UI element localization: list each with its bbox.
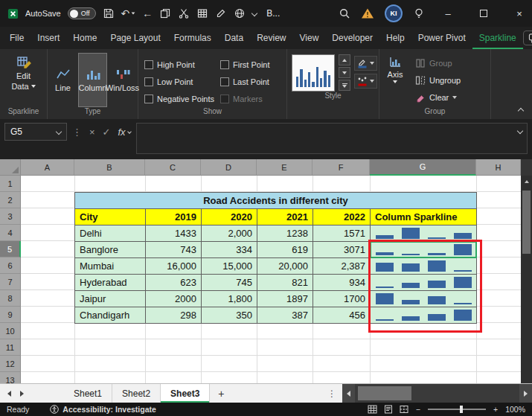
format-painter-icon[interactable] [215, 7, 227, 19]
axis-button[interactable]: Axis [379, 53, 411, 107]
cell-city[interactable]: Mumbai [75, 258, 146, 275]
row-header-11[interactable]: 11 [0, 339, 21, 356]
cell-city[interactable]: Chandigarh [75, 307, 146, 324]
column-type-button[interactable]: Column [78, 53, 107, 107]
avatar[interactable]: KI [385, 4, 403, 22]
prev-sheet-icon[interactable] [7, 391, 11, 397]
scroll-up-button[interactable] [521, 176, 532, 187]
zoom-level[interactable]: 100% [505, 405, 525, 414]
header-2022[interactable]: 2022 [313, 209, 371, 225]
tab-page-layout[interactable]: Page Layout [103, 27, 167, 49]
close-button[interactable]: × [507, 0, 532, 27]
tab-developer[interactable]: Developer [325, 27, 379, 49]
expand-formula-bar-icon[interactable] [517, 128, 523, 134]
cell-city[interactable]: Jaipur [75, 291, 146, 307]
formula-input[interactable] [136, 123, 528, 154]
header-2020[interactable]: 2020 [202, 209, 257, 225]
cell-city[interactable]: Banglore [75, 242, 146, 258]
sparkline-color-button[interactable] [354, 56, 377, 71]
name-box[interactable]: G5 [4, 123, 67, 141]
enter-button[interactable]: ✓ [103, 127, 111, 138]
cell-value[interactable]: 456 [313, 307, 371, 324]
table-icon[interactable] [196, 7, 208, 19]
back-button[interactable]: ← [142, 7, 153, 19]
negative-points-checkbox[interactable]: Negative Points [144, 95, 220, 103]
row-header-8[interactable]: 8 [0, 290, 21, 307]
row-header-13[interactable]: 13 [0, 372, 21, 383]
low-point-checkbox[interactable]: Low Point [144, 77, 220, 86]
clear-button[interactable]: Clear [415, 90, 461, 105]
cell-value[interactable]: 3071 [313, 242, 371, 258]
gallery-up-button[interactable] [339, 54, 350, 65]
row-header-4[interactable]: 4 [0, 225, 21, 241]
column-header-g[interactable]: G [370, 159, 476, 176]
cell-value[interactable]: 16,000 [146, 258, 202, 275]
lightbulb-icon[interactable] [413, 7, 425, 19]
edit-data-button[interactable]: Edit Data [4, 53, 43, 107]
cell-value[interactable]: 2,000 [202, 225, 257, 242]
cell-value[interactable]: 1,800 [202, 291, 257, 307]
select-all-corner[interactable] [0, 159, 21, 176]
cell-value[interactable]: 298 [146, 307, 202, 324]
next-sheet-icon[interactable] [20, 391, 24, 397]
column-header-f[interactable]: F [313, 159, 370, 176]
tab-home[interactable]: Home [66, 27, 103, 49]
row-header-2[interactable]: 2 [0, 192, 21, 208]
tab-file[interactable]: File [3, 27, 31, 49]
insert-function-button[interactable]: fx [118, 127, 131, 138]
page-layout-view-icon[interactable] [384, 405, 393, 414]
sheet-tab-sheet2[interactable]: Sheet2 [112, 384, 161, 403]
tab-options-icon[interactable]: ⋮ [321, 384, 342, 403]
cell-value[interactable]: 20,000 [257, 258, 313, 275]
ungroup-button[interactable]: Ungroup [415, 73, 461, 88]
save-icon[interactable] [103, 7, 115, 19]
high-point-checkbox[interactable]: High Point [144, 60, 220, 69]
tab-insert[interactable]: Insert [31, 27, 66, 49]
cell-value[interactable]: 1433 [146, 225, 202, 242]
cell-value[interactable]: 743 [146, 242, 202, 258]
gallery-more-button[interactable] [339, 80, 350, 91]
column-header-d[interactable]: D [201, 159, 257, 176]
winloss-type-button[interactable]: Win/Loss [108, 53, 137, 107]
row-header-1[interactable]: 1 [0, 176, 21, 192]
maximize-button[interactable] [471, 0, 496, 27]
cell-city[interactable]: Hyderabad [75, 275, 146, 291]
cell-value[interactable]: 623 [146, 275, 202, 291]
cell-value[interactable]: 350 [202, 307, 257, 324]
tab-data[interactable]: Data [218, 27, 250, 49]
cell-value[interactable]: 15,000 [202, 258, 257, 275]
vertical-scroll-thumb[interactable] [522, 191, 531, 254]
horizontal-scrollbar[interactable] [342, 384, 532, 403]
cell-value[interactable]: 619 [257, 242, 313, 258]
header-2021[interactable]: 2021 [257, 209, 313, 225]
row-header-7[interactable]: 7 [0, 274, 21, 290]
line-type-button[interactable]: Line [48, 53, 77, 107]
zoom-slider[interactable] [428, 409, 486, 410]
last-point-checkbox[interactable]: Last Point [220, 77, 286, 86]
cell-value[interactable]: 821 [257, 275, 313, 291]
comments-button[interactable] [523, 31, 532, 45]
row-header-3[interactable]: 3 [0, 208, 21, 225]
cell-value[interactable]: 1700 [313, 291, 371, 307]
sheet-tab-sheet3[interactable]: Sheet3 [161, 384, 210, 403]
warning-icon[interactable] [361, 7, 374, 19]
cut-icon[interactable] [178, 7, 190, 19]
web-icon[interactable] [234, 7, 246, 19]
cancel-button[interactable]: × [89, 127, 95, 138]
tab-review[interactable]: Review [250, 27, 292, 49]
collapse-ribbon-icon[interactable] [518, 108, 524, 114]
cell-value[interactable]: 334 [202, 242, 257, 258]
cell-value[interactable]: 934 [313, 275, 371, 291]
zoom-slider-knob[interactable] [460, 406, 463, 413]
gallery-down-button[interactable] [339, 67, 350, 78]
marker-color-button[interactable] [354, 74, 377, 89]
cell-value[interactable]: 387 [257, 307, 313, 324]
header-city[interactable]: City [75, 209, 146, 225]
normal-view-icon[interactable] [368, 405, 377, 414]
accessibility-button[interactable]: Accessibility: Investigate [50, 405, 156, 414]
page-break-view-icon[interactable] [400, 405, 408, 414]
horizontal-scroll-track[interactable] [355, 384, 519, 403]
cell-value[interactable]: 2000 [146, 291, 202, 307]
row-header-12[interactable]: 12 [0, 356, 21, 372]
sheet-tab-sheet1[interactable]: Sheet1 [64, 384, 112, 403]
